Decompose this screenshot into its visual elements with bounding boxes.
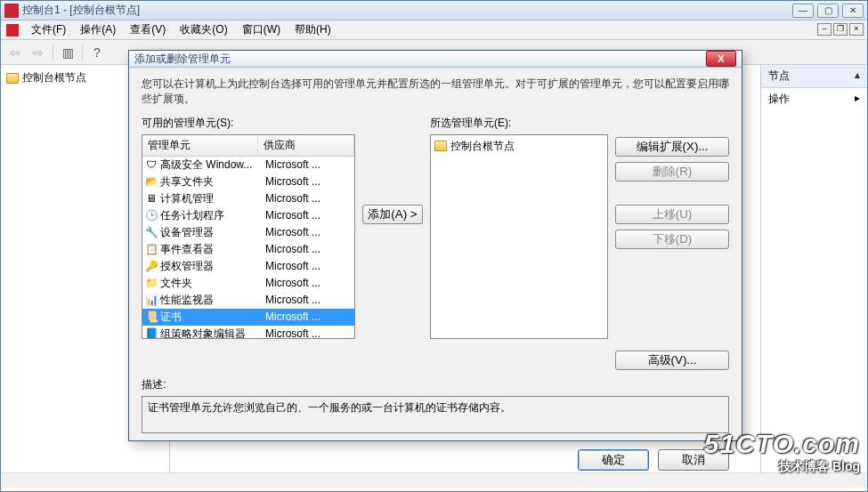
- snapin-row[interactable]: 📜证书Microsoft ...: [142, 309, 354, 326]
- actions-more[interactable]: 操作 ▸: [761, 88, 867, 110]
- move-up-button[interactable]: 上移(U): [615, 205, 729, 224]
- dialog-title-bar: 添加或删除管理单元 X: [129, 51, 742, 68]
- available-snapins-list[interactable]: 管理单元 供应商 🛡高级安全 Window...Microsoft ...📂共享…: [142, 134, 355, 339]
- menu-action[interactable]: 操作(A): [73, 20, 123, 39]
- selected-column: 所选管理单元(E): 控制台根节点: [430, 116, 608, 339]
- snapin-vendor: Microsoft ...: [260, 243, 353, 255]
- actions-header: 节点 ▴: [761, 65, 867, 88]
- actions-header-label: 节点: [768, 69, 790, 84]
- menu-bar: 文件(F) 操作(A) 查看(V) 收藏夹(O) 窗口(W) 帮助(H) – ❐…: [1, 20, 867, 40]
- chevron-right-icon: ▸: [855, 92, 860, 104]
- snapin-icon: 📜: [144, 310, 158, 324]
- watermark: 51CTO.com 技术博客 Blog: [704, 429, 860, 475]
- mdi-minimize[interactable]: –: [817, 23, 831, 36]
- snapin-name: 计算机管理: [158, 191, 260, 206]
- collapse-icon[interactable]: ▴: [855, 69, 860, 84]
- actions-pane: 节点 ▴ 操作 ▸: [760, 65, 867, 472]
- snapin-name: 设备管理器: [158, 225, 260, 240]
- description-area: 描述: 证书管理单元允许您浏览自己的、一个服务的或一台计算机的证书存储内容。: [142, 377, 729, 433]
- snapin-vendor: Microsoft ...: [260, 175, 353, 188]
- close-button[interactable]: ✕: [842, 4, 864, 18]
- selected-root-label: 控制台根节点: [450, 139, 515, 154]
- maximize-button[interactable]: ▢: [817, 4, 839, 18]
- snapin-row[interactable]: 📂共享文件夹Microsoft ...: [142, 173, 354, 190]
- snapin-row[interactable]: 📋事件查看器Microsoft ...: [142, 241, 354, 258]
- snapin-row[interactable]: 🔧设备管理器Microsoft ...: [142, 224, 354, 241]
- menu-window[interactable]: 窗口(W): [235, 20, 288, 39]
- help-button[interactable]: ?: [86, 43, 108, 62]
- app-icon: [4, 4, 19, 18]
- minimize-button[interactable]: —: [792, 4, 814, 18]
- snapin-icon: 📘: [144, 327, 158, 339]
- snapin-icon: 📂: [144, 174, 158, 189]
- snapin-icon: 📋: [144, 242, 158, 256]
- snapin-icon: 🛡: [144, 157, 158, 172]
- menu-favorites[interactable]: 收藏夹(O): [173, 20, 234, 39]
- menu-view[interactable]: 查看(V): [123, 20, 173, 39]
- show-hide-button[interactable]: ▥: [57, 43, 78, 62]
- dialog-footer: 确定 取消: [129, 442, 742, 481]
- list-header: 管理单元 供应商: [142, 135, 354, 157]
- col-header-vendor[interactable]: 供应商: [258, 135, 354, 156]
- snapin-vendor: Microsoft ...: [260, 260, 353, 272]
- snapin-row[interactable]: 🖥计算机管理Microsoft ...: [142, 190, 354, 207]
- snapin-name: 任务计划程序: [158, 208, 260, 223]
- mdi-close[interactable]: ×: [849, 23, 864, 36]
- add-button[interactable]: 添加(A) >: [362, 205, 423, 224]
- selected-root-item[interactable]: 控制台根节点: [433, 137, 605, 156]
- dialog-close-button[interactable]: X: [706, 51, 736, 67]
- forward-button[interactable]: ⇨: [28, 43, 49, 62]
- snapin-vendor: Microsoft ...: [260, 277, 353, 289]
- ok-button[interactable]: 确定: [578, 449, 649, 471]
- dialog-intro: 您可以在计算机上为此控制台选择可用的管理单元并配置所选的一组管理单元。对于可扩展…: [142, 77, 729, 107]
- snapin-vendor: Microsoft ...: [260, 294, 353, 306]
- snapin-vendor: Microsoft ...: [260, 192, 353, 205]
- snapin-row[interactable]: 📊性能监视器Microsoft ...: [142, 292, 354, 309]
- toolbar-separator: [82, 44, 83, 60]
- selected-label: 所选管理单元(E):: [430, 116, 608, 131]
- available-label: 可用的管理单元(S):: [142, 116, 355, 131]
- snapin-vendor: Microsoft ...: [260, 327, 353, 339]
- snapin-row[interactable]: 🛡高级安全 Window...Microsoft ...: [142, 157, 354, 173]
- mdi-restore[interactable]: ❐: [833, 23, 848, 36]
- title-bar: 控制台1 - [控制台根节点] — ▢ ✕: [1, 1, 867, 20]
- snapin-row[interactable]: 🕒任务计划程序Microsoft ...: [142, 207, 354, 224]
- add-remove-snapin-dialog: 添加或删除管理单元 X 您可以在计算机上为此控制台选择可用的管理单元并配置所选的…: [128, 50, 742, 441]
- snapin-icon: 🔧: [144, 225, 158, 239]
- snapin-icon: 📊: [144, 293, 158, 307]
- snapin-name: 事件查看器: [158, 242, 260, 257]
- snapin-name: 组策略对象编辑器: [158, 327, 260, 339]
- window-buttons: — ▢ ✕: [792, 4, 864, 18]
- window-title: 控制台1 - [控制台根节点]: [22, 3, 792, 18]
- menu-help[interactable]: 帮助(H): [288, 20, 338, 39]
- snapin-vendor: Microsoft ...: [260, 158, 353, 171]
- snapin-icon: 📁: [144, 276, 158, 290]
- snapin-row[interactable]: 📁文件夹Microsoft ...: [142, 275, 354, 292]
- selected-snapins-list[interactable]: 控制台根节点: [430, 134, 608, 339]
- folder-icon: [6, 73, 19, 84]
- folder-icon: [434, 141, 447, 151]
- snapin-name: 证书: [158, 310, 260, 325]
- snapin-vendor: Microsoft ...: [260, 209, 353, 222]
- advanced-button[interactable]: 高级(V)...: [615, 351, 729, 370]
- edit-extensions-button[interactable]: 编辑扩展(X)...: [615, 137, 729, 157]
- watermark-big: 51CTO.com: [704, 429, 860, 459]
- snapin-name: 性能监视器: [158, 293, 260, 308]
- back-button[interactable]: ⇦: [4, 43, 26, 62]
- middle-column: 添加(A) >: [362, 116, 423, 224]
- main-window: 控制台1 - [控制台根节点] — ▢ ✕ 文件(F) 操作(A) 查看(V) …: [0, 0, 868, 492]
- snapin-name: 授权管理器: [158, 259, 260, 274]
- watermark-small: 技术博客 Blog: [704, 459, 860, 475]
- snapin-rows: 🛡高级安全 Window...Microsoft ...📂共享文件夹Micros…: [142, 157, 354, 339]
- move-down-button[interactable]: 下移(D): [615, 230, 729, 249]
- actions-more-label: 操作: [768, 93, 790, 105]
- remove-button[interactable]: 删除(R): [615, 162, 729, 181]
- menu-file[interactable]: 文件(F): [24, 20, 73, 39]
- snapin-name: 文件夹: [158, 276, 260, 291]
- snapin-row[interactable]: 🔑授权管理器Microsoft ...: [142, 258, 354, 275]
- mdi-icon: [6, 24, 19, 36]
- col-header-name[interactable]: 管理单元: [142, 135, 258, 156]
- snapin-row[interactable]: 📘组策略对象编辑器Microsoft ...: [142, 326, 354, 339]
- snapin-icon: 🔑: [144, 259, 158, 273]
- side-buttons: 编辑扩展(X)... 删除(R) 上移(U) 下移(D) 高级(V)...: [615, 116, 729, 370]
